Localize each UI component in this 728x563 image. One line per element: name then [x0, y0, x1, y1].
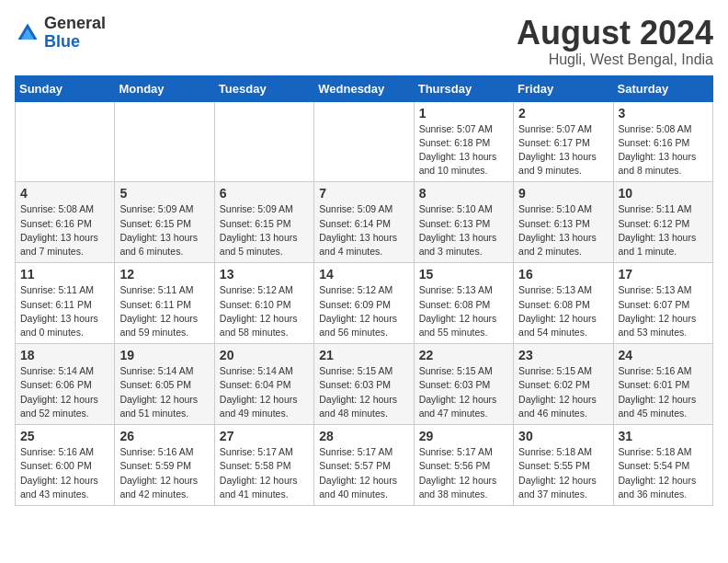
table-row: 19Sunrise: 5:14 AM Sunset: 6:05 PM Dayli… [115, 344, 214, 425]
day-number: 1 [419, 106, 508, 121]
logo: General Blue [15, 15, 106, 52]
title-block: August 2024 Hugli, West Bengal, India [517, 15, 713, 68]
table-row: 26Sunrise: 5:16 AM Sunset: 5:59 PM Dayli… [115, 425, 214, 506]
day-detail: Sunrise: 5:16 AM Sunset: 6:01 PM Dayligh… [619, 364, 708, 420]
day-number: 25 [20, 429, 109, 443]
day-number: 5 [119, 186, 209, 201]
day-number: 12 [119, 267, 209, 282]
table-row: 31Sunrise: 5:18 AM Sunset: 5:54 PM Dayli… [613, 425, 712, 506]
month-year-title: August 2024 [517, 15, 713, 52]
day-number: 4 [20, 186, 109, 201]
day-number: 9 [518, 186, 608, 201]
location-subtitle: Hugli, West Bengal, India [517, 52, 713, 68]
day-number: 15 [419, 267, 508, 282]
table-row: 17Sunrise: 5:13 AM Sunset: 6:07 PM Dayli… [613, 263, 712, 344]
day-detail: Sunrise: 5:07 AM Sunset: 6:18 PM Dayligh… [419, 122, 508, 178]
table-row: 5Sunrise: 5:09 AM Sunset: 6:15 PM Daylig… [115, 182, 214, 263]
day-number: 17 [619, 267, 708, 282]
day-number: 21 [319, 348, 408, 362]
table-row: 4Sunrise: 5:08 AM Sunset: 6:16 PM Daylig… [16, 182, 115, 263]
table-row: 28Sunrise: 5:17 AM Sunset: 5:57 PM Dayli… [314, 425, 414, 506]
table-row: 8Sunrise: 5:10 AM Sunset: 6:13 PM Daylig… [414, 182, 513, 263]
day-number: 3 [619, 106, 708, 121]
table-row: 14Sunrise: 5:12 AM Sunset: 6:09 PM Dayli… [314, 263, 414, 344]
day-detail: Sunrise: 5:17 AM Sunset: 5:57 PM Dayligh… [319, 445, 408, 501]
day-number: 11 [20, 267, 109, 282]
table-row: 16Sunrise: 5:13 AM Sunset: 6:08 PM Dayli… [514, 263, 613, 344]
day-detail: Sunrise: 5:15 AM Sunset: 6:02 PM Dayligh… [518, 364, 608, 420]
table-row: 24Sunrise: 5:16 AM Sunset: 6:01 PM Dayli… [613, 344, 712, 425]
day-number: 20 [220, 348, 309, 362]
table-row: 21Sunrise: 5:15 AM Sunset: 6:03 PM Dayli… [314, 344, 414, 425]
table-row: 9Sunrise: 5:10 AM Sunset: 6:13 PM Daylig… [514, 182, 613, 263]
day-detail: Sunrise: 5:07 AM Sunset: 6:17 PM Dayligh… [518, 122, 608, 178]
logo-general-text: General [44, 14, 106, 32]
day-detail: Sunrise: 5:13 AM Sunset: 6:07 PM Dayligh… [619, 283, 708, 339]
day-detail: Sunrise: 5:11 AM Sunset: 6:11 PM Dayligh… [20, 283, 109, 339]
day-detail: Sunrise: 5:09 AM Sunset: 6:15 PM Dayligh… [220, 202, 309, 259]
page-header: General Blue August 2024 Hugli, West Ben… [15, 15, 713, 68]
table-row: 13Sunrise: 5:12 AM Sunset: 6:10 PM Dayli… [214, 263, 313, 344]
week-row-2: 4Sunrise: 5:08 AM Sunset: 6:16 PM Daylig… [16, 182, 713, 263]
day-number: 13 [220, 267, 309, 282]
table-row: 12Sunrise: 5:11 AM Sunset: 6:11 PM Dayli… [115, 263, 214, 344]
day-number: 27 [220, 429, 309, 443]
day-number: 22 [419, 348, 508, 362]
table-row [314, 101, 414, 182]
day-detail: Sunrise: 5:14 AM Sunset: 6:04 PM Dayligh… [220, 364, 309, 420]
logo-blue-text: Blue [44, 32, 80, 51]
table-row [214, 101, 313, 182]
day-number: 2 [518, 106, 608, 121]
week-row-5: 25Sunrise: 5:16 AM Sunset: 6:00 PM Dayli… [16, 425, 713, 506]
table-row: 27Sunrise: 5:17 AM Sunset: 5:58 PM Dayli… [214, 425, 313, 506]
weekday-header-row: Sunday Monday Tuesday Wednesday Thursday… [16, 75, 713, 101]
week-row-1: 1Sunrise: 5:07 AM Sunset: 6:18 PM Daylig… [16, 101, 713, 182]
table-row: 30Sunrise: 5:18 AM Sunset: 5:55 PM Dayli… [514, 425, 613, 506]
table-row: 22Sunrise: 5:15 AM Sunset: 6:03 PM Dayli… [414, 344, 513, 425]
table-row: 6Sunrise: 5:09 AM Sunset: 6:15 PM Daylig… [214, 182, 313, 263]
day-detail: Sunrise: 5:14 AM Sunset: 6:06 PM Dayligh… [20, 364, 109, 420]
day-detail: Sunrise: 5:10 AM Sunset: 6:13 PM Dayligh… [518, 202, 608, 259]
day-number: 19 [119, 348, 209, 362]
table-row: 25Sunrise: 5:16 AM Sunset: 6:00 PM Dayli… [16, 425, 115, 506]
day-number: 18 [20, 348, 109, 362]
day-number: 16 [518, 267, 608, 282]
day-detail: Sunrise: 5:09 AM Sunset: 6:14 PM Dayligh… [319, 202, 408, 259]
table-row: 3Sunrise: 5:08 AM Sunset: 6:16 PM Daylig… [613, 101, 712, 182]
day-detail: Sunrise: 5:18 AM Sunset: 5:55 PM Dayligh… [518, 445, 608, 501]
header-tuesday: Tuesday [214, 75, 313, 101]
day-detail: Sunrise: 5:13 AM Sunset: 6:08 PM Dayligh… [518, 283, 608, 339]
day-detail: Sunrise: 5:10 AM Sunset: 6:13 PM Dayligh… [419, 202, 508, 259]
day-detail: Sunrise: 5:17 AM Sunset: 5:58 PM Dayligh… [220, 445, 309, 501]
table-row: 15Sunrise: 5:13 AM Sunset: 6:08 PM Dayli… [414, 263, 513, 344]
table-row: 18Sunrise: 5:14 AM Sunset: 6:06 PM Dayli… [16, 344, 115, 425]
day-detail: Sunrise: 5:09 AM Sunset: 6:15 PM Dayligh… [119, 202, 209, 259]
day-detail: Sunrise: 5:13 AM Sunset: 6:08 PM Dayligh… [419, 283, 508, 339]
table-row: 7Sunrise: 5:09 AM Sunset: 6:14 PM Daylig… [314, 182, 414, 263]
day-number: 31 [619, 429, 708, 443]
day-detail: Sunrise: 5:12 AM Sunset: 6:09 PM Dayligh… [319, 283, 408, 339]
day-detail: Sunrise: 5:11 AM Sunset: 6:12 PM Dayligh… [619, 202, 708, 259]
day-detail: Sunrise: 5:16 AM Sunset: 5:59 PM Dayligh… [119, 445, 209, 501]
day-detail: Sunrise: 5:15 AM Sunset: 6:03 PM Dayligh… [319, 364, 408, 420]
day-number: 23 [518, 348, 608, 362]
table-row: 20Sunrise: 5:14 AM Sunset: 6:04 PM Dayli… [214, 344, 313, 425]
day-detail: Sunrise: 5:08 AM Sunset: 6:16 PM Dayligh… [619, 122, 708, 178]
table-row: 1Sunrise: 5:07 AM Sunset: 6:18 PM Daylig… [414, 101, 513, 182]
day-number: 14 [319, 267, 408, 282]
header-monday: Monday [115, 75, 214, 101]
day-number: 8 [419, 186, 508, 201]
day-detail: Sunrise: 5:16 AM Sunset: 6:00 PM Dayligh… [20, 445, 109, 501]
day-detail: Sunrise: 5:14 AM Sunset: 6:05 PM Dayligh… [119, 364, 209, 420]
day-number: 7 [319, 186, 408, 201]
header-thursday: Thursday [414, 75, 513, 101]
header-sunday: Sunday [16, 75, 115, 101]
day-number: 30 [518, 429, 608, 443]
day-number: 24 [619, 348, 708, 362]
table-row: 10Sunrise: 5:11 AM Sunset: 6:12 PM Dayli… [613, 182, 712, 263]
table-row: 11Sunrise: 5:11 AM Sunset: 6:11 PM Dayli… [16, 263, 115, 344]
day-number: 29 [419, 429, 508, 443]
header-wednesday: Wednesday [314, 75, 414, 101]
day-detail: Sunrise: 5:11 AM Sunset: 6:11 PM Dayligh… [119, 283, 209, 339]
table-row: 23Sunrise: 5:15 AM Sunset: 6:02 PM Dayli… [514, 344, 613, 425]
